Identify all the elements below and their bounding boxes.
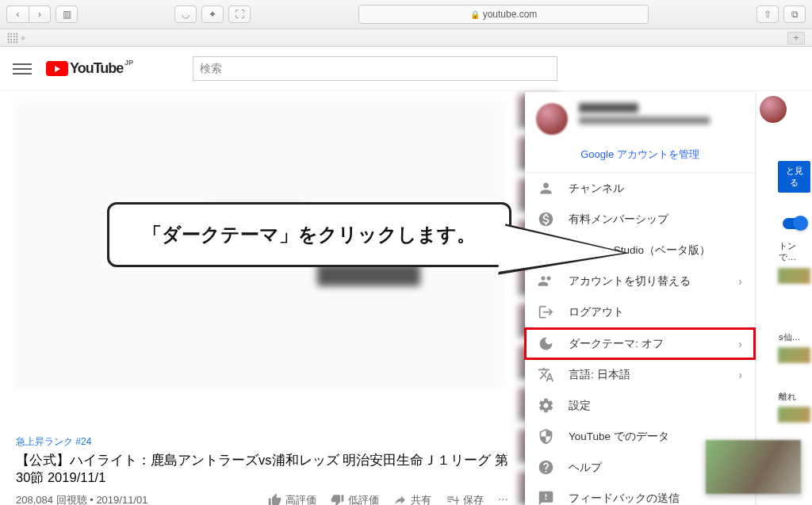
nav-buttons: ‹ ›	[6, 6, 51, 23]
ext-button-2[interactable]: ⛶	[228, 6, 251, 23]
translate-icon	[538, 366, 554, 383]
new-tab-button[interactable]: +	[787, 32, 805, 44]
ext-button-1[interactable]: ✦	[201, 6, 224, 23]
youtube-page: YouTube JP 検索 急上昇ランク #24 【公式】ハイライト：鹿島アント…	[0, 47, 812, 505]
thumb-up-icon	[268, 493, 282, 505]
menu-channel[interactable]: チャンネル	[525, 173, 755, 204]
bookmarks-overflow[interactable]: »	[18, 33, 28, 42]
moon-icon	[538, 335, 554, 352]
safari-toolbar: ‹ › ▥ ◡ ✦ ⛶ 🔒 youtube.com ⇧ ⧉	[0, 0, 812, 29]
bookmarks-bar: » +	[0, 29, 812, 47]
search-input[interactable]: 検索	[193, 56, 557, 81]
video-title: 【公式】ハイライト：鹿島アントラーズvs浦和レッズ 明治安田生命Ｊ１リーグ 第3…	[16, 451, 511, 487]
share-button[interactable]: ⇧	[756, 6, 779, 23]
save-button[interactable]: 保存	[446, 493, 484, 505]
share-icon	[393, 493, 407, 505]
youtube-header: YouTube JP 検索	[0, 47, 812, 91]
youtube-play-icon	[46, 61, 68, 76]
shield-icon	[538, 428, 554, 445]
forward-button[interactable]: ›	[29, 6, 51, 23]
lock-icon: 🔒	[470, 10, 480, 19]
menu-avatar	[536, 103, 568, 135]
apps-grid-icon[interactable]	[7, 33, 18, 44]
url-text: youtube.com	[483, 9, 538, 20]
video-stats: 208,084 回視聴 • 2019/11/01	[16, 493, 268, 505]
sidebar-button[interactable]: ▥	[56, 6, 78, 23]
menu-settings[interactable]: 設定	[525, 390, 755, 421]
chevron-right-icon: ›	[738, 369, 742, 381]
settings-icon	[538, 397, 554, 414]
menu-dark-theme[interactable]: ダークテーマ: オフ›	[525, 328, 755, 359]
chevron-right-icon: ›	[738, 338, 742, 350]
help-icon	[538, 459, 554, 476]
pocket-button[interactable]: ◡	[174, 6, 197, 23]
chevron-right-icon: ›	[738, 275, 742, 288]
pip-window[interactable]	[706, 440, 801, 494]
address-bar[interactable]: 🔒 youtube.com	[358, 5, 649, 24]
user-avatar[interactable]	[760, 96, 787, 123]
video-info: 急上昇ランク #24 【公式】ハイライト：鹿島アントラーズvs浦和レッズ 明治安…	[16, 435, 511, 505]
hamburger-menu[interactable]	[13, 59, 32, 78]
account-name-blurred	[579, 103, 710, 124]
dollar-icon	[538, 211, 554, 228]
person-icon	[538, 180, 554, 197]
thumb-down-icon	[331, 493, 344, 505]
feedback-icon	[538, 490, 554, 505]
menu-language[interactable]: 言語: 日本語›	[525, 359, 755, 390]
more-icon: ⋯	[498, 493, 511, 505]
instruction-callout: 「ダークテーマ」をクリックします。	[107, 202, 511, 267]
trending-badge[interactable]: 急上昇ランク #24	[16, 435, 511, 449]
watch-button-fragment[interactable]: と見る	[778, 161, 810, 193]
tabs-button[interactable]: ⧉	[783, 6, 806, 23]
more-button[interactable]: ⋯	[498, 493, 511, 505]
manage-account-link[interactable]: Google アカウントを管理	[525, 144, 755, 172]
back-button[interactable]: ‹	[6, 6, 29, 23]
youtube-logo[interactable]: YouTube JP	[46, 60, 123, 77]
menu-logout[interactable]: ログアウト	[525, 296, 755, 327]
share-button[interactable]: 共有	[393, 493, 431, 505]
menu-paid[interactable]: 有料メンバーシップ	[525, 204, 755, 235]
logout-icon	[538, 304, 554, 320]
like-button[interactable]: 高評価	[268, 493, 316, 505]
dislike-button[interactable]: 低評価	[331, 493, 379, 505]
autoplay-toggle[interactable]	[783, 218, 806, 229]
save-icon	[446, 493, 459, 505]
